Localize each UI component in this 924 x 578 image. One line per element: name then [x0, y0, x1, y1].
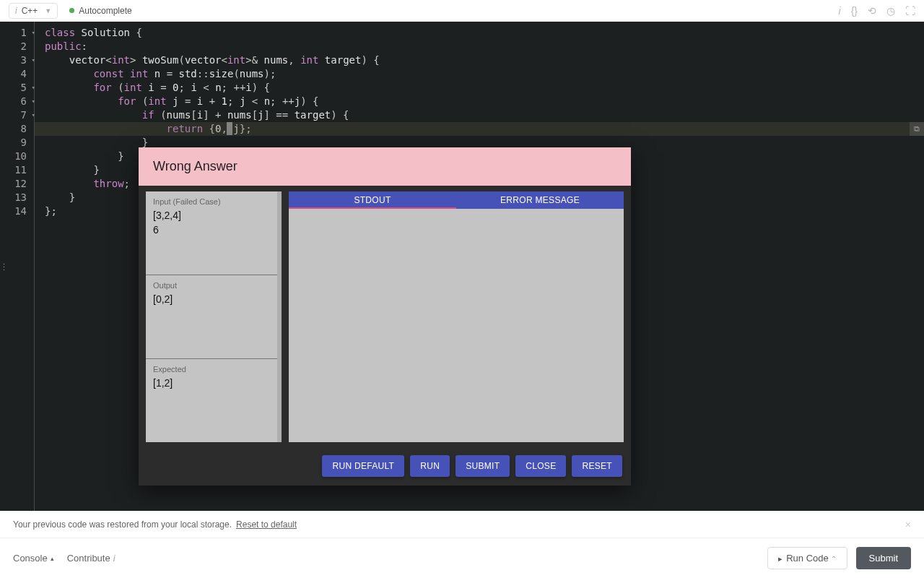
chevron-down-icon: ▼ — [45, 7, 51, 14]
info-icon[interactable]: i — [839, 5, 841, 17]
caret-up-icon: ▴ — [51, 555, 54, 562]
restore-notice: Your previous code was restored from you… — [0, 511, 924, 538]
modal-footer: RUN DEFAULT RUN SUBMIT CLOSE RESET — [139, 448, 631, 486]
cursor — [227, 122, 232, 135]
output-label: Output — [153, 281, 274, 290]
fullscreen-icon[interactable]: ⛶ — [905, 5, 915, 17]
modal-title: Wrong Answer — [139, 147, 631, 186]
current-line-highlight — [35, 122, 924, 136]
tab-stdout[interactable]: STDOUT — [289, 191, 456, 209]
output-tabs-container: STDOUT ERROR MESSAGE — [289, 191, 624, 442]
run-button[interactable]: RUN — [410, 455, 450, 477]
output-panel: Output [0,2] — [146, 275, 282, 359]
autocomplete-label: Autocomplete — [79, 6, 131, 16]
expected-panel: Expected [1,2] — [146, 359, 282, 442]
run-default-button[interactable]: RUN DEFAULT — [322, 455, 404, 477]
reset-default-link[interactable]: Reset to default — [236, 519, 297, 530]
notice-text: Your previous code was restored from you… — [13, 519, 232, 530]
contribute-link[interactable]: Contribute i — [67, 553, 116, 564]
stdout-content — [289, 209, 624, 442]
input-panel: Input (Failed Case) [3,2,4] 6 — [146, 191, 282, 275]
expected-value: [1,2] — [153, 376, 274, 391]
tab-error[interactable]: ERROR MESSAGE — [456, 191, 624, 209]
editor-toolbar: i C++ ▼ Autocomplete i {} ⟲ ◷ ⛶ — [0, 0, 924, 22]
result-modal: Wrong Answer Input (Failed Case) [3,2,4]… — [139, 147, 631, 486]
info-icon: i — [15, 6, 17, 16]
submit-button[interactable]: SUBMIT — [456, 455, 510, 477]
console-label: Console — [13, 553, 48, 564]
testcase-panels: Input (Failed Case) [3,2,4] 6 Output [0,… — [146, 191, 282, 442]
language-label: C++ — [22, 6, 38, 16]
language-selector[interactable]: i C++ ▼ — [9, 3, 58, 19]
run-code-button[interactable]: Run Code — [767, 547, 847, 569]
info-icon: i — [113, 553, 116, 564]
clock-icon[interactable]: ◷ — [886, 5, 895, 17]
expected-label: Expected — [153, 365, 274, 374]
active-tab-indicator — [289, 207, 456, 209]
main-submit-button[interactable]: Submit — [856, 547, 911, 569]
code-editor[interactable]: ··· ⧉ 1234 5678 9101112 1314 class Solut… — [0, 22, 924, 511]
close-icon[interactable]: × — [905, 519, 911, 530]
input-value: [3,2,4] 6 — [153, 209, 274, 237]
autocomplete-status-dot — [69, 8, 74, 13]
bottom-toolbar: Console ▴ Contribute i Run Code Submit — [0, 538, 924, 578]
input-label: Input (Failed Case) — [153, 197, 274, 206]
reset-button[interactable]: RESET — [572, 455, 622, 477]
braces-icon[interactable]: {} — [851, 5, 858, 17]
refresh-icon[interactable]: ⟲ — [868, 5, 876, 17]
output-tabs: STDOUT ERROR MESSAGE — [289, 191, 624, 209]
copy-line-button[interactable]: ⧉ — [910, 122, 924, 136]
contribute-label: Contribute — [67, 553, 110, 564]
console-toggle[interactable]: Console ▴ — [13, 553, 54, 564]
output-value: [0,2] — [153, 293, 274, 307]
close-button[interactable]: CLOSE — [515, 455, 566, 477]
